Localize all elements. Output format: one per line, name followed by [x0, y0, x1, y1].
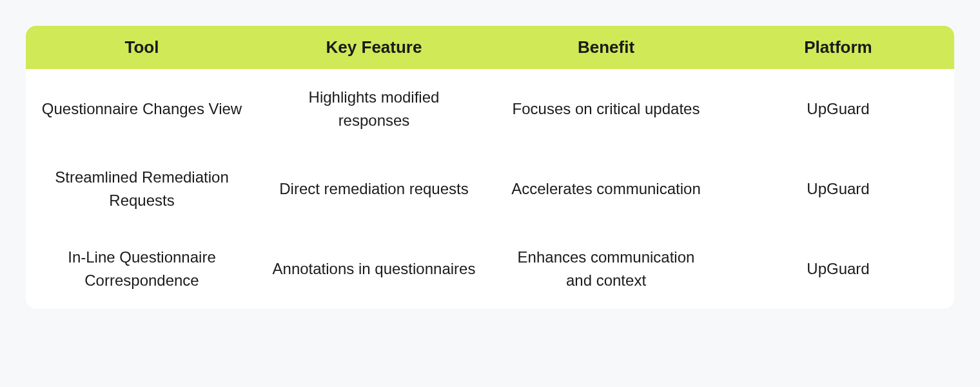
- header-benefit: Benefit: [490, 37, 722, 57]
- cell-tool: Questionnaire Changes View: [26, 86, 258, 132]
- header-platform: Platform: [722, 37, 954, 57]
- cell-tool: Streamlined Remediation Requests: [26, 166, 258, 212]
- cell-key-feature: Annotations in questionnaires: [258, 246, 490, 292]
- cell-benefit: Accelerates communication: [490, 166, 722, 212]
- header-key-feature: Key Feature: [258, 37, 490, 57]
- cell-benefit: Focuses on critical updates: [490, 86, 722, 132]
- cell-key-feature: Highlights modified responses: [258, 86, 490, 132]
- cell-platform: UpGuard: [722, 166, 954, 212]
- table-row: Questionnaire Changes View Highlights mo…: [26, 69, 954, 149]
- cell-benefit: Enhances communication and context: [490, 246, 722, 292]
- cell-platform: UpGuard: [722, 86, 954, 132]
- cell-platform: UpGuard: [722, 246, 954, 292]
- table-row: Streamlined Remediation Requests Direct …: [26, 149, 954, 229]
- cell-key-feature: Direct remediation requests: [258, 166, 490, 212]
- table-header: Tool Key Feature Benefit Platform: [26, 26, 954, 69]
- table-body: Questionnaire Changes View Highlights mo…: [26, 69, 954, 309]
- table-row: In-Line Questionnaire Correspondence Ann…: [26, 229, 954, 309]
- cell-tool: In-Line Questionnaire Correspondence: [26, 246, 258, 292]
- header-tool: Tool: [26, 37, 258, 57]
- comparison-table: Tool Key Feature Benefit Platform Questi…: [26, 26, 954, 309]
